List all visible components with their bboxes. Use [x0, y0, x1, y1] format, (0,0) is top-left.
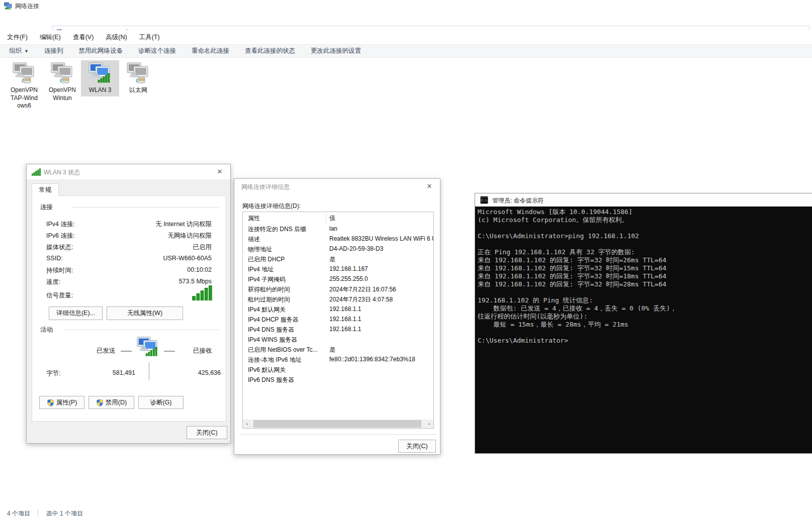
scrollbar-thumb[interactable]	[253, 420, 421, 428]
window-title: 网络连接	[15, 2, 39, 10]
status-divider	[38, 509, 38, 516]
row-value: 无网络访问权限	[168, 232, 212, 240]
console-line: 来自 192.168.1.102 的回复: 字节=32 时间=15ms TTL=…	[478, 264, 812, 272]
menu-file[interactable]: 文件(F)	[7, 33, 28, 42]
header-divider	[326, 214, 326, 223]
connection-label: 以太网	[119, 86, 157, 94]
console-line: 正在 Ping 192.168.1.102 具有 32 字节的数据:	[478, 248, 812, 256]
table-row: IPv4 子网掩码255.255.255.0	[243, 274, 433, 284]
wlan-dialog-titlebar[interactable]: WLAN 3 状态 ✕	[27, 164, 230, 179]
scroll-right-icon[interactable]: ›	[425, 420, 433, 428]
cmd-title: 管理员: 命令提示符	[492, 196, 544, 205]
view-status-button[interactable]: 查看此连接的状态	[245, 47, 295, 55]
uac-shield-icon	[47, 399, 54, 406]
activity-adapter-icon	[135, 336, 161, 359]
row-label: 持续时间:	[46, 266, 73, 275]
diagnose-connection-button[interactable]: 诊断这个连接	[138, 47, 176, 55]
table-header: 属性 值	[243, 213, 433, 223]
table-row: 连接特定的 DNS 后缀lan	[243, 224, 433, 234]
details-table[interactable]: 属性 值 连接特定的 DNS 后缀lan 描述Realtek 8832BU Wi…	[242, 212, 434, 429]
diagnose-button[interactable]: 诊断(G)	[138, 396, 184, 409]
connection-label: OpenVPNTAP-Windows6	[5, 86, 43, 110]
rename-connection-button[interactable]: 重命名此连接	[192, 47, 229, 55]
bytes-divider	[149, 363, 149, 380]
table-row: IPv4 DNS 服务器192.168.1.1	[243, 325, 433, 335]
network-connections-icon	[4, 2, 12, 10]
network-connections-window: 网络连接 ← → ⌄ ↑ › 控制面板 › 网络和 Internet › 网络连…	[0, 0, 812, 516]
bytes-sent-value: 581,491	[93, 369, 135, 376]
cmd-titlebar[interactable]: C:\ 管理员: 命令提示符	[475, 193, 812, 207]
wlan-close-button[interactable]: 关闭(C)	[187, 426, 227, 439]
console-line: 192.168.1.102 的 Ping 统计信息:	[478, 296, 812, 304]
menu-advanced[interactable]: 高级(N)	[106, 33, 127, 42]
item-count: 4 个项目	[7, 510, 30, 516]
console-line: C:\Users\Administrator>ping 192.168.1.10…	[478, 232, 812, 240]
bytes-received-value: 425,636	[178, 369, 221, 376]
table-row: IPv6 DNS 服务器	[243, 375, 433, 385]
console-line	[478, 329, 812, 337]
tab-general[interactable]: 常规	[32, 183, 59, 196]
group-rule	[72, 207, 219, 208]
row-label: SSID:	[46, 255, 63, 262]
table-row: IPv4 默认网关192.168.1.1	[243, 304, 433, 315]
wireless-adapter-icon	[88, 61, 112, 85]
console-output[interactable]: Microsoft Windows [版本 10.0.19044.1586] (…	[475, 207, 812, 453]
wlan-status-dialog: WLAN 3 状态 ✕ 常规 连接 IPv4 连接: 无 Internet 访问…	[26, 164, 231, 444]
change-settings-button[interactable]: 更改此连接的设置	[311, 47, 361, 55]
details-button[interactable]: 详细信息(E)...	[49, 306, 103, 320]
row-label: 速度:	[46, 278, 60, 286]
activity-dash	[121, 351, 132, 352]
row-label: 媒体状态:	[46, 243, 73, 252]
row-label: IPv6 连接:	[46, 232, 75, 240]
connection-item-ethernet[interactable]: 以太网	[119, 60, 157, 94]
details-dialog-titlebar[interactable]: 网络连接详细信息 ✕	[234, 179, 440, 194]
organize-button[interactable]: 组织▼	[9, 47, 29, 55]
disable-device-button[interactable]: 禁用此网络设备	[78, 47, 123, 55]
console-line: 来自 192.168.1.102 的回复: 字节=32 时间=26ms TTL=…	[478, 256, 812, 264]
explorer-titlebar[interactable]: 网络连接	[0, 0, 812, 12]
connection-item-openvpn-tap[interactable]: OpenVPNTAP-Windows6	[5, 60, 43, 110]
connection-label: OpenVPNWintun	[43, 86, 81, 102]
console-line: 往返行程的估计时间(以毫秒为单位):	[478, 313, 812, 321]
console-line	[478, 288, 812, 296]
menu-edit[interactable]: 编辑(E)	[40, 33, 61, 42]
row-value: 无 Internet 访问权限	[155, 220, 212, 229]
menu-bar: 文件(F) 编辑(E) 查看(V) 高级(N) 工具(T)	[0, 30, 812, 44]
table-row: 描述Realtek 8832BU Wireless LAN WiFi 6 US	[243, 234, 433, 244]
details-close-button[interactable]: 关闭(C)	[398, 440, 436, 453]
table-row: 租约过期的时间2024年7月23日 4:07:58	[243, 294, 433, 304]
received-label: 已接收	[193, 347, 212, 355]
signal-icon	[32, 168, 41, 176]
connection-item-wlan3[interactable]: WLAN 3	[81, 60, 119, 96]
table-row: IPv6 默认网关	[243, 365, 433, 375]
menu-view[interactable]: 查看(V)	[73, 33, 94, 42]
table-row: 获得租约的时间2024年7月22日 16:07:56	[243, 284, 433, 294]
console-line: 最短 = 15ms，最长 = 28ms，平均 = 21ms	[478, 321, 812, 329]
horizontal-scrollbar[interactable]: ‹ ›	[243, 420, 433, 428]
table-row: 已启用 DHCP是	[243, 254, 433, 264]
connect-to-button[interactable]: 连接到	[44, 47, 63, 55]
close-icon[interactable]: ✕	[215, 168, 224, 175]
table-row: IPv4 地址192.168.1.167	[243, 264, 433, 274]
signal-quality-bars	[192, 285, 212, 300]
console-line: 来自 192.168.1.102 的回复: 字节=32 时间=18ms TTL=…	[478, 272, 812, 280]
connection-item-openvpn-wintun[interactable]: OpenVPNWintun	[43, 60, 81, 102]
scroll-left-icon[interactable]: ‹	[243, 420, 251, 428]
console-line: Microsoft Windows [版本 10.0.19044.1586]	[478, 208, 812, 216]
wireless-properties-button[interactable]: 无线属性(W)	[107, 306, 183, 320]
row-value: 573.5 Mbps	[179, 278, 212, 285]
properties-button[interactable]: 属性(P)	[39, 396, 84, 409]
sent-label: 已发送	[97, 347, 116, 355]
disable-button[interactable]: 禁用(D)	[88, 396, 134, 409]
row-value: USR-W660-60A5	[163, 255, 212, 262]
console-line: 来自 192.168.1.102 的回复: 字节=32 时间=28ms TTL=…	[478, 280, 812, 288]
table-row: 连接-本地 IPv6 地址fe80::2d01:1396:8342:7eb3%1…	[243, 355, 433, 365]
console-line: C:\Users\Administrator>	[478, 337, 812, 345]
activity-group-label: 活动	[40, 326, 53, 334]
menu-tools[interactable]: 工具(T)	[139, 33, 160, 42]
disabled-adapter-icon	[126, 61, 150, 85]
console-line	[478, 240, 812, 248]
details-list-label: 网络连接详细信息(D):	[242, 202, 301, 211]
row-value: 已启用	[193, 243, 212, 252]
close-icon[interactable]: ✕	[425, 182, 434, 190]
